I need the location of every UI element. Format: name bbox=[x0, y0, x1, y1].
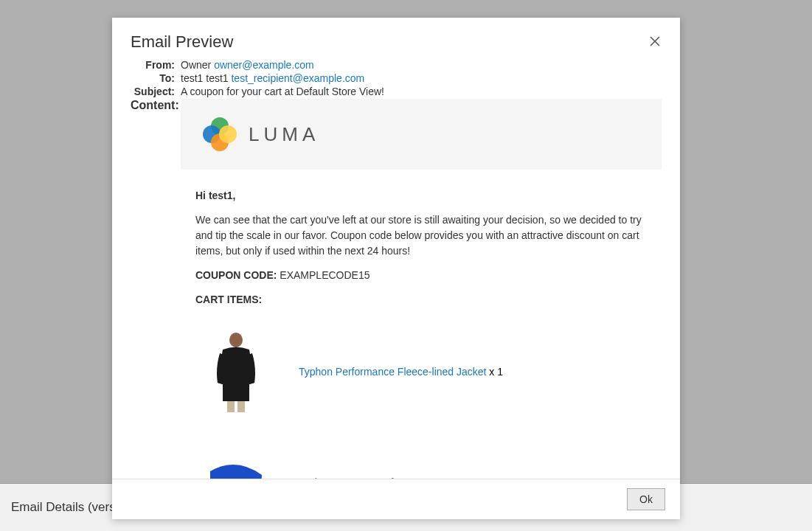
from-label: From: bbox=[131, 59, 175, 71]
product-image bbox=[195, 331, 277, 412]
to-email-link[interactable]: test_recipient@example.com bbox=[231, 72, 364, 84]
email-inner: LUMA Hi test1, We can see that the cart … bbox=[181, 99, 662, 479]
brand-bar: LUMA bbox=[181, 99, 662, 170]
close-icon bbox=[648, 35, 662, 48]
cart-items-list: Typhon Performance Fleece-lined Jacket x… bbox=[181, 316, 662, 479]
from-name: Owner bbox=[181, 59, 211, 71]
backdrop-section-title: Email Details (versi bbox=[11, 500, 118, 515]
email-body-text: Hi test1, We can see that the cart you'v… bbox=[181, 170, 662, 308]
modal-footer: Ok bbox=[112, 479, 680, 519]
product-link[interactable]: Typhon Performance Fleece-lined Jacket bbox=[299, 366, 486, 378]
svg-rect-2 bbox=[237, 401, 245, 412]
to-value: test1 test1 test_recipient@example.com bbox=[181, 72, 662, 84]
cart-item-row: Typhon Performance Fleece-lined Jacket x… bbox=[195, 320, 647, 431]
cart-item-desc: Typhon Performance Fleece-lined Jacket x… bbox=[299, 366, 503, 378]
jacket-icon bbox=[207, 331, 266, 412]
modal-header: Email Preview bbox=[112, 18, 680, 59]
body-paragraph: We can see that the cart you've left at … bbox=[195, 212, 647, 259]
luma-logo-icon bbox=[203, 117, 237, 151]
from-value: Owner owner@example.com bbox=[181, 59, 662, 71]
to-name: test1 test1 bbox=[181, 72, 229, 84]
coupon-code: EXAMPLECODE15 bbox=[280, 269, 369, 281]
ok-button[interactable]: Ok bbox=[627, 488, 665, 510]
svg-rect-1 bbox=[227, 401, 235, 412]
yoga-strap-icon bbox=[199, 453, 273, 479]
email-meta: From: Owner owner@example.com To: test1 … bbox=[131, 59, 662, 97]
content-label: Content: bbox=[131, 99, 175, 479]
email-content-row: Content: LUMA Hi test1, We can see that … bbox=[131, 99, 662, 479]
subject-value: A coupon for your cart at Default Store … bbox=[181, 86, 662, 97]
brand-name: LUMA bbox=[249, 123, 319, 146]
product-qty: x 1 bbox=[486, 366, 503, 378]
greeting: Hi test1, bbox=[195, 190, 235, 201]
coupon-label: COUPON CODE: bbox=[195, 269, 277, 281]
modal-body[interactable]: From: Owner owner@example.com To: test1 … bbox=[112, 59, 680, 479]
product-image bbox=[195, 442, 277, 479]
cart-item-row: Sprite Yoga Strap 6 foot x 1 bbox=[195, 431, 647, 479]
cart-items-label: CART ITEMS: bbox=[195, 294, 262, 305]
from-email-link[interactable]: owner@example.com bbox=[214, 59, 314, 71]
close-button[interactable] bbox=[645, 31, 665, 52]
email-preview-modal: Email Preview From: Owner owner@example.… bbox=[112, 18, 680, 519]
svg-point-0 bbox=[229, 333, 243, 347]
modal-title: Email Preview bbox=[131, 32, 662, 52]
subject-label: Subject: bbox=[131, 86, 175, 97]
to-label: To: bbox=[131, 72, 175, 84]
